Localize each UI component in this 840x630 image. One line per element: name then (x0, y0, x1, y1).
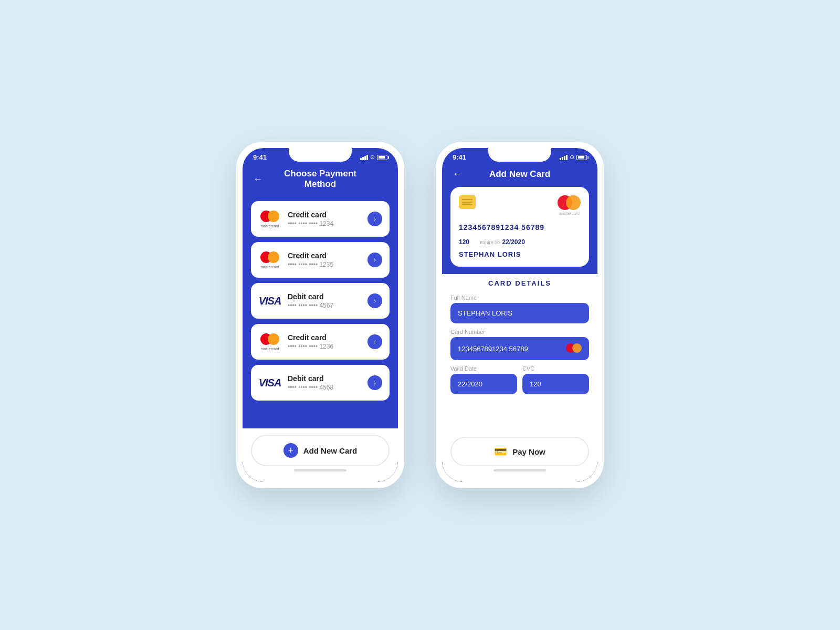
phone-1: 9:41 ⊙ ← Choose Payment M (236, 142, 404, 488)
card-type-3: Debit card (288, 292, 361, 301)
card-number-masked-4: •••• •••• •••• 1236 (288, 343, 361, 350)
pay-now-label: Pay Now (512, 447, 545, 456)
chip-line-2 (462, 202, 472, 203)
card-visual-preview: mastercard 1234567891234 56789 120 Expir… (450, 187, 589, 267)
bottom-bar-1: + Add New Card (243, 428, 398, 482)
bar-4 (366, 155, 368, 160)
valid-date-input[interactable]: 22/2020 (450, 374, 517, 394)
valid-date-field-group: Valid Date 22/2020 (450, 365, 517, 394)
card-chevron-5[interactable]: › (368, 375, 382, 390)
card-type-2: Credit card (288, 251, 361, 260)
battery-icon-2 (576, 155, 587, 160)
bar-7 (564, 156, 565, 160)
card-chevron-4[interactable]: › (368, 334, 382, 349)
mastercard-logo-2 (260, 251, 279, 264)
mastercard-logo-4 (260, 333, 279, 346)
status-icons-1: ⊙ (360, 154, 387, 161)
card-info-2: Credit card •••• •••• •••• 1235 (288, 251, 361, 268)
card-number-masked-3: •••• •••• •••• 4567 (288, 302, 361, 309)
mc-large-right (566, 195, 581, 210)
card-info-5: Debit card •••• •••• •••• 4568 (288, 374, 361, 391)
plus-icon: + (284, 443, 298, 458)
date-cvc-row: Valid Date 22/2020 CVC 120 (450, 365, 589, 394)
phone-2: 9:41 ⊙ ← Add New Card (436, 142, 604, 488)
card-number-masked-2: •••• •••• •••• 1235 (288, 261, 361, 268)
bar-2 (362, 157, 364, 160)
header-1: ← Choose Payment Method (243, 163, 398, 197)
mastercard-logo-1 (260, 211, 279, 223)
header-title-2: Add New Card (467, 169, 572, 180)
card-number-input[interactable]: 1234567891234 56789 (450, 337, 589, 360)
card-item-3[interactable]: VISA Debit card •••• •••• •••• 4567 › (251, 283, 390, 319)
mc-circle-right-2 (268, 251, 279, 263)
mc-circle-right-1 (268, 211, 279, 222)
card-item-4[interactable]: mastercard Credit card •••• •••• •••• 12… (251, 324, 390, 360)
card-cvv-value: 120 (459, 238, 469, 246)
cvc-input[interactable]: 120 (522, 374, 589, 394)
card-item-1[interactable]: mastercard Credit card •••• •••• •••• 12… (251, 201, 390, 237)
home-indicator-2 (494, 469, 546, 471)
card-number-full: 1234567891234 56789 (459, 223, 581, 232)
card-item-2[interactable]: mastercard Credit card •••• •••• •••• 12… (251, 242, 390, 278)
card-logo-1: mastercard (258, 207, 281, 230)
header-title-1: Choose Payment Method (268, 169, 373, 190)
card-chevron-2[interactable]: › (368, 253, 382, 267)
header-2: ← Add New Card (442, 163, 597, 187)
home-indicator-1 (294, 469, 346, 471)
screen-container: 9:41 ⊙ ← Choose Payment M (205, 110, 635, 520)
card-info-3: Debit card •••• •••• •••• 4567 (288, 292, 361, 309)
card-number-masked-5: •••• •••• •••• 4568 (288, 384, 361, 391)
card-info-1: Credit card •••• •••• •••• 1234 (288, 211, 361, 227)
mc-text-2: mastercard (260, 265, 279, 269)
expire-label: Expire on (480, 240, 500, 245)
card-logo-3: VISA (258, 289, 281, 312)
card-visual-top: mastercard (459, 195, 581, 216)
card-item-5[interactable]: VISA Debit card •••• •••• •••• 4568 › (251, 365, 390, 401)
bar-8 (566, 155, 568, 160)
card-number-input-value: 1234567891234 56789 (458, 345, 528, 353)
signal-bars-1 (360, 155, 368, 160)
card-cvv-section: 120 (459, 237, 469, 246)
card-chip (459, 195, 476, 209)
card-details-section: CARD DETAILS Full Name STEPHAN LORIS Car… (442, 274, 597, 430)
back-button-2[interactable]: ← (453, 169, 462, 180)
chip-line-1 (462, 199, 472, 200)
wifi-icon-1: ⊙ (370, 154, 375, 161)
card-logo-5: VISA (258, 371, 281, 394)
card-type-4: Credit card (288, 333, 361, 342)
valid-date-label: Valid Date (450, 365, 517, 372)
cvc-label: CVC (522, 365, 589, 372)
card-chevron-1[interactable]: › (368, 212, 382, 226)
mc-circle-right-4 (268, 333, 279, 345)
mastercard-logo-large (558, 195, 581, 210)
full-name-input[interactable]: STEPHAN LORIS (450, 303, 589, 323)
card-expiry-value: 22/2020 (502, 238, 525, 246)
status-bar-1: 9:41 ⊙ (243, 148, 398, 163)
card-number-label: Card Number (450, 329, 589, 335)
full-name-value: STEPHAN LORIS (458, 309, 512, 317)
section-title: CARD DETAILS (450, 279, 589, 287)
bar-5 (560, 158, 561, 160)
card-logo-2: mastercard (258, 248, 281, 271)
card-info-4: Credit card •••• •••• •••• 1236 (288, 333, 361, 350)
chip-line-3 (462, 204, 472, 205)
card-type-1: Credit card (288, 211, 361, 219)
notch-cutout-2 (488, 148, 551, 162)
cvc-value: 120 (530, 380, 541, 388)
add-new-card-button[interactable]: + Add New Card (251, 435, 390, 466)
bar-3 (364, 156, 366, 160)
back-button-1[interactable]: ← (253, 174, 262, 185)
signal-bars-2 (560, 155, 568, 160)
visa-logo-2: VISA (259, 377, 281, 389)
full-name-field-group: Full Name STEPHAN LORIS (450, 295, 589, 323)
card-chevron-3[interactable]: › (368, 293, 382, 308)
phone-1-inner: 9:41 ⊙ ← Choose Payment M (243, 148, 398, 482)
cards-list: mastercard Credit card •••• •••• •••• 12… (243, 197, 398, 428)
status-bar-2: 9:41 ⊙ (442, 148, 597, 163)
status-time-1: 9:41 (253, 153, 267, 161)
card-brand-logo: mastercard (558, 195, 581, 216)
bar-6 (562, 157, 563, 160)
pay-now-button[interactable]: 💳 Pay Now (450, 437, 589, 466)
card-number-brand-icon (566, 343, 582, 354)
phone2-bottom: 💳 Pay Now (442, 430, 597, 482)
